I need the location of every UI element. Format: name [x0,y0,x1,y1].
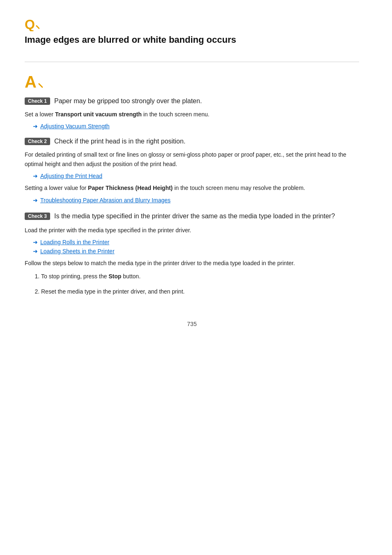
step2: Reset the media type in the printer driv… [41,287,359,296]
step1: To stop printing, press the Stop button. [41,272,359,281]
check3-link2: ➜ Loading Sheets in the Printer [33,248,359,254]
adjusting-vacuum-strength-link[interactable]: Adjusting Vacuum Strength [40,123,110,130]
check1-body: Set a lower Transport unit vacuum streng… [25,110,359,119]
check2-link2: ➜ Troubleshooting Paper Abrasion and Blu… [33,197,359,204]
svg-line-1 [36,25,39,29]
question-icon: Q [25,16,39,31]
svg-line-3 [39,83,43,88]
adjusting-print-head-link[interactable]: Adjusting the Print Head [40,173,102,179]
check3-link1: ➜ Loading Rolls in the Printer [33,239,359,245]
check3-section: Check 3 Is the media type specified in t… [25,212,359,296]
check2-badge: Check 2 [25,138,50,145]
page-header: Q Image edges are blurred or white bandi… [25,16,359,53]
check3-badge: Check 3 [25,213,50,220]
loading-sheets-link[interactable]: Loading Sheets in the Printer [40,248,115,254]
check2-header: Check 2 Check if the print head is in th… [25,138,359,145]
check3-text: Is the media type specified in the print… [54,212,335,221]
check2-link1: ➜ Adjusting the Print Head [33,173,359,179]
check2-body: For detailed printing of small text or f… [25,150,359,169]
svg-text:Q: Q [25,17,35,31]
arrow-icon: ➜ [33,173,38,179]
check1-link1: ➜ Adjusting Vacuum Strength [33,123,359,130]
check2-section: Check 2 Check if the print head is in th… [25,138,359,203]
check1-badge: Check 1 [25,97,50,105]
arrow-icon: ➜ [33,197,38,204]
section-divider [25,62,359,62]
check2-body2: Setting a lower value for Paper Thicknes… [25,183,359,192]
troubleshooting-paper-link[interactable]: Troubleshooting Paper Abrasion and Blurr… [40,197,171,204]
svg-text:A: A [25,73,37,90]
check3-body2: Follow the steps below to match the medi… [25,259,359,268]
check1-section: Check 1 Paper may be gripped too strongl… [25,97,359,130]
check2-text: Check if the print head is in the right … [54,138,185,145]
page-number: 735 [187,321,196,327]
arrow-icon: ➜ [33,239,38,245]
check3-header: Check 3 Is the media type specified in t… [25,212,359,221]
arrow-icon: ➜ [33,123,38,130]
page-footer: 735 [25,321,359,327]
page-title: Image edges are blurred or white banding… [25,35,359,45]
answer-icon: A [25,72,43,90]
check1-text: Paper may be gripped too strongly over t… [54,97,202,105]
check3-body: Load the printer with the media type spe… [25,226,359,235]
steps-list: To stop printing, press the Stop button.… [41,272,359,296]
check1-header: Check 1 Paper may be gripped too strongl… [25,97,359,105]
arrow-icon: ➜ [33,248,38,254]
loading-rolls-link[interactable]: Loading Rolls in the Printer [40,239,109,245]
